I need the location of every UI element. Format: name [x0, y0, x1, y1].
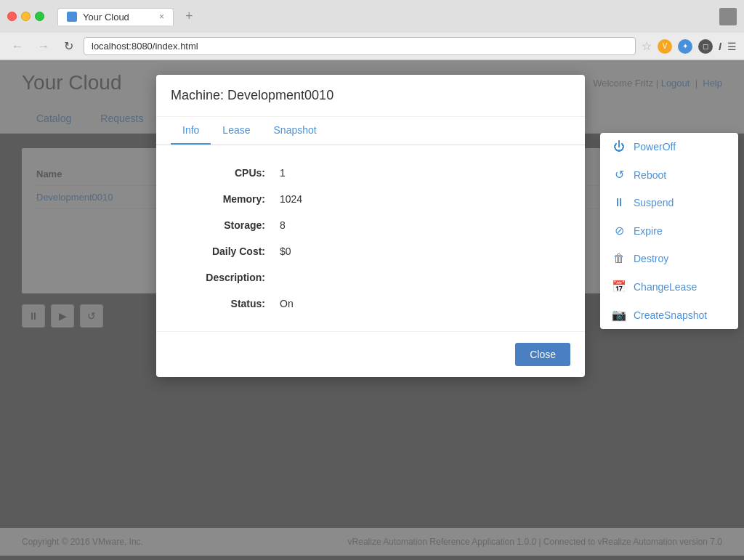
power-off-icon: ⏻ [612, 140, 626, 153]
close-button[interactable]: Close [515, 343, 570, 366]
value-cpus: 1 [280, 167, 286, 179]
dropdown-menu: ⏻ PowerOff ↺ Reboot ⏸ Suspend ⊘ Expire 🗑… [600, 133, 738, 329]
dropdown-label-suspend: Suspend [634, 197, 674, 208]
toolbar-icons: ☆ V ✦ ◻ I ☰ [642, 39, 737, 54]
destroy-icon: 🗑 [612, 252, 626, 265]
dropdown-label-reboot: Reboot [634, 169, 666, 181]
browser-chrome: Your Cloud × + ← → ↻ ☆ V ✦ ◻ I ☰ [0, 0, 744, 60]
tab-close-button[interactable]: × [159, 12, 164, 22]
modal-title: Machine: Development0010 [171, 88, 570, 103]
info-row-description: Description: [171, 264, 570, 291]
extension-icon-2[interactable]: ✦ [678, 39, 692, 54]
info-row-cpus: CPUs: 1 [171, 160, 570, 186]
dropdown-label-destroy: Destroy [634, 253, 668, 264]
label-memory: Memory: [171, 193, 280, 205]
minimize-window-button[interactable] [21, 12, 31, 21]
dropdown-label-change-lease: ChangeLease [634, 281, 697, 293]
dropdown-item-reboot[interactable]: ↺ Reboot [600, 161, 738, 189]
tab-lease[interactable]: Lease [211, 117, 262, 145]
forward-button[interactable]: → [33, 38, 54, 54]
dropdown-item-suspend[interactable]: ⏸ Suspend [600, 189, 738, 216]
bookmark-icon[interactable]: ☆ [642, 39, 652, 53]
new-tab-button[interactable]: + [179, 6, 199, 27]
extension-icon-3[interactable]: ◻ [698, 39, 713, 54]
address-bar[interactable] [84, 37, 636, 55]
tab-favicon [67, 12, 77, 22]
refresh-button[interactable]: ↻ [60, 38, 78, 54]
expire-icon: ⊘ [612, 224, 626, 238]
dropdown-item-expire[interactable]: ⊘ Expire [600, 216, 738, 245]
dropdown-item-destroy[interactable]: 🗑 Destroy [600, 245, 738, 272]
suspend-icon: ⏸ [612, 196, 626, 209]
modal-body: CPUs: 1 Memory: 1024 Storage: 8 Daily Co… [156, 145, 585, 331]
label-storage: Storage: [171, 219, 280, 231]
browser-tab[interactable]: Your Cloud × [57, 8, 174, 25]
value-daily-cost: $0 [280, 245, 291, 257]
label-status: Status: [171, 298, 280, 309]
menu-icon[interactable]: ☰ [727, 41, 737, 52]
label-description: Description: [171, 272, 280, 283]
close-window-button[interactable] [7, 12, 17, 21]
change-lease-icon: 📅 [612, 280, 626, 293]
value-memory: 1024 [280, 193, 302, 205]
dropdown-item-poweroff[interactable]: ⏻ PowerOff [600, 133, 738, 161]
dropdown-label-poweroff: PowerOff [634, 141, 676, 153]
label-daily-cost: Daily Cost: [171, 245, 280, 257]
extension-icon-1[interactable]: V [658, 39, 672, 54]
info-row-storage: Storage: 8 [171, 212, 570, 238]
page-background: Your Cloud Welcome Fritz | Logout | Help… [0, 60, 744, 556]
info-icon[interactable]: I [719, 41, 721, 52]
label-cpus: CPUs: [171, 167, 280, 179]
modal-tabs: Info Lease Snapshot [156, 117, 585, 145]
tab-snapshot[interactable]: Snapshot [262, 117, 328, 145]
reboot-icon: ↺ [612, 168, 626, 182]
value-status: On [280, 298, 294, 309]
dropdown-item-change-lease[interactable]: 📅 ChangeLease [600, 272, 738, 301]
browser-titlebar: Your Cloud × + [0, 0, 744, 33]
tab-info[interactable]: Info [171, 117, 211, 145]
profile-icon [719, 8, 737, 25]
dropdown-item-create-snapshot[interactable]: 📷 CreateSnapshot [600, 301, 738, 329]
maximize-window-button[interactable] [35, 12, 44, 21]
modal-footer: Close [156, 331, 585, 377]
create-snapshot-icon: 📷 [612, 308, 626, 322]
modal-dialog: Machine: Development0010 Info Lease Snap… [156, 75, 585, 377]
value-storage: 8 [280, 219, 286, 231]
back-button[interactable]: ← [7, 38, 28, 54]
modal-header: Machine: Development0010 [156, 75, 585, 117]
tab-title: Your Cloud [83, 12, 129, 23]
info-row-daily-cost: Daily Cost: $0 [171, 238, 570, 264]
browser-toolbar: ← → ↻ ☆ V ✦ ◻ I ☰ [0, 33, 744, 60]
info-row-memory: Memory: 1024 [171, 186, 570, 212]
window-controls [7, 12, 44, 21]
dropdown-label-create-snapshot: CreateSnapshot [634, 309, 707, 321]
dropdown-label-expire: Expire [634, 225, 663, 237]
info-row-status: Status: On [171, 291, 570, 317]
